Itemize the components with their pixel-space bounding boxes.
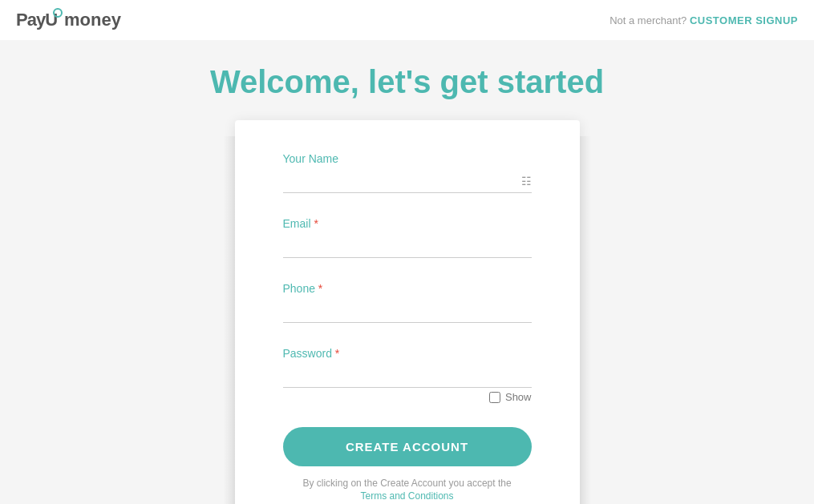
phone-input[interactable] bbox=[283, 300, 532, 322]
card-left-shadow bbox=[223, 136, 235, 504]
logo: Pay U money bbox=[16, 10, 121, 30]
logo-u: U bbox=[45, 10, 58, 30]
not-merchant-text: Not a merchant? bbox=[609, 14, 686, 26]
show-password-checkbox[interactable] bbox=[489, 392, 500, 403]
logo-pay: Pay bbox=[16, 10, 45, 30]
welcome-title: Welcome, let's get started bbox=[210, 64, 604, 100]
show-password-label[interactable]: Show bbox=[505, 391, 532, 403]
name-input-wrapper: ☷ bbox=[283, 170, 532, 193]
create-account-button[interactable]: CREATE ACCOUNT bbox=[283, 427, 532, 466]
email-field-group: Email bbox=[283, 217, 532, 258]
email-input-wrapper bbox=[283, 235, 532, 258]
customer-signup-link[interactable]: CUSTOMER SIGNUP bbox=[690, 14, 798, 26]
email-label: Email bbox=[283, 217, 532, 230]
email-input[interactable] bbox=[283, 235, 532, 257]
password-input[interactable] bbox=[283, 365, 532, 387]
password-show-row: Show bbox=[283, 391, 532, 403]
logo-circle-icon bbox=[53, 8, 63, 18]
header-right: Not a merchant? CUSTOMER SIGNUP bbox=[609, 14, 798, 26]
phone-label: Phone bbox=[283, 282, 532, 295]
name-input[interactable] bbox=[283, 170, 532, 192]
phone-field-group: Phone bbox=[283, 282, 532, 323]
password-label: Password bbox=[283, 347, 532, 360]
card-right-shadow bbox=[580, 136, 592, 504]
signup-form-card: Your Name ☷ Email Phone Password bbox=[235, 120, 580, 504]
phone-input-wrapper bbox=[283, 300, 532, 323]
page-header: Pay U money Not a merchant? CUSTOMER SIG… bbox=[0, 0, 814, 40]
logo-money: money bbox=[64, 10, 121, 30]
name-input-icon: ☷ bbox=[521, 175, 532, 187]
password-input-wrapper bbox=[283, 365, 532, 388]
terms-text: By clicking on the Create Account you ac… bbox=[283, 478, 532, 489]
terms-link[interactable]: Terms and Conditions bbox=[283, 490, 532, 502]
main-content: Welcome, let's get started Your Name ☷ E… bbox=[0, 40, 814, 504]
name-field-group: Your Name ☷ bbox=[283, 152, 532, 193]
name-label: Your Name bbox=[283, 152, 532, 165]
password-field-group: Password Show bbox=[283, 347, 532, 403]
